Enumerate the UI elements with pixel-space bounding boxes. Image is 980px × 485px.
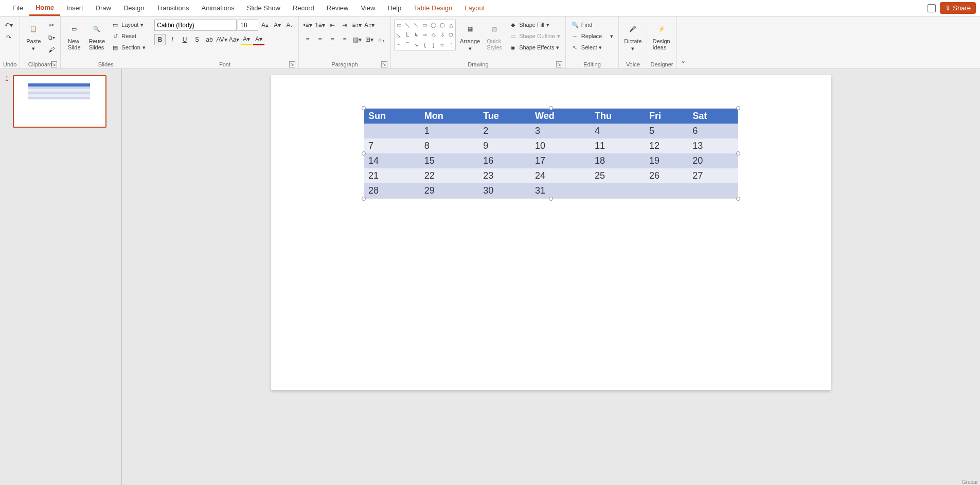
slide-thumbnail-1[interactable] — [13, 75, 106, 128]
cell[interactable]: 9 — [479, 138, 531, 153]
text-direction-button[interactable]: A↕▾ — [364, 20, 375, 31]
arrange-button[interactable]: ▦ Arrange ▾ — [458, 20, 482, 53]
header-mon[interactable]: Mon — [420, 109, 479, 124]
collapse-ribbon-button[interactable]: ⌄ — [677, 16, 689, 68]
replace-button[interactable]: ↔Replace▾ — [569, 31, 615, 41]
numbering-button[interactable]: 1≡▾ — [314, 20, 326, 31]
paste-button[interactable]: 📋 Paste ▾ — [23, 20, 44, 53]
cell[interactable]: 23 — [479, 168, 531, 183]
cell[interactable]: 8 — [420, 138, 479, 153]
tab-design[interactable]: Design — [117, 0, 150, 16]
cell[interactable]: 11 — [591, 138, 645, 153]
font-name-input[interactable] — [154, 20, 237, 31]
cell[interactable]: 2 — [479, 124, 531, 138]
font-size-input[interactable] — [238, 20, 258, 31]
indent-button[interactable]: ⇥ — [339, 20, 350, 31]
cell[interactable] — [364, 124, 420, 138]
cell[interactable]: 12 — [645, 138, 688, 153]
resize-handle-br[interactable] — [736, 197, 740, 201]
resize-handle-tl[interactable] — [362, 106, 366, 110]
cell[interactable]: 3 — [531, 124, 591, 138]
tab-slideshow[interactable]: Slide Show — [241, 0, 287, 16]
resize-handle-mr[interactable] — [736, 151, 740, 155]
design-ideas-button[interactable]: ⚡ Design Ideas — [650, 20, 672, 51]
strike-button[interactable]: ab — [204, 34, 215, 45]
shrink-font-button[interactable]: A▾ — [272, 20, 283, 31]
select-button[interactable]: ↖Select▾ — [569, 42, 604, 53]
header-wed[interactable]: Wed — [531, 109, 591, 124]
cell[interactable] — [645, 183, 688, 199]
cell[interactable]: 20 — [688, 153, 738, 168]
justify-button[interactable]: ≡ — [339, 34, 350, 45]
clear-format-button[interactable]: Aₓ — [284, 20, 295, 31]
tab-file[interactable]: File — [6, 0, 29, 16]
cell[interactable] — [591, 183, 645, 199]
bold-button[interactable]: B — [154, 34, 166, 45]
cell[interactable]: 4 — [591, 124, 645, 138]
italic-button[interactable]: I — [167, 34, 178, 45]
case-button[interactable]: Aa▾ — [228, 34, 240, 45]
calendar-table[interactable]: Sun Mon Tue Wed Thu Fri Sat 123456 78910… — [364, 108, 738, 199]
cell[interactable]: 24 — [531, 168, 591, 183]
share-button[interactable]: ⇪ Share — [940, 2, 976, 14]
reset-button[interactable]: ↺Reset — [109, 31, 148, 41]
tab-layout[interactable]: Layout — [458, 0, 491, 16]
grow-font-button[interactable]: A▴ — [259, 20, 271, 31]
resize-handle-tc[interactable] — [549, 106, 553, 110]
resize-handle-bl[interactable] — [362, 197, 366, 201]
cell[interactable]: 1 — [420, 124, 479, 138]
tab-home[interactable]: Home — [29, 0, 60, 16]
cell[interactable]: 16 — [479, 153, 531, 168]
highlight-button[interactable]: A▾ — [241, 34, 252, 45]
paragraph-dialog-launcher[interactable]: ↘ — [381, 61, 387, 67]
drawing-dialog-launcher[interactable]: ↘ — [556, 61, 562, 67]
layout-button[interactable]: ▭Layout▾ — [109, 20, 148, 30]
tab-table-design[interactable]: Table Design — [407, 0, 458, 16]
cell[interactable]: 10 — [531, 138, 591, 153]
line-spacing-button[interactable]: ≡↕▾ — [351, 20, 363, 31]
cell[interactable]: 6 — [688, 124, 738, 138]
cell[interactable] — [688, 183, 738, 199]
resize-handle-ml[interactable] — [362, 151, 366, 155]
resize-handle-bc[interactable] — [549, 197, 553, 201]
slide-canvas-area[interactable]: Sun Mon Tue Wed Thu Fri Sat 123456 78910… — [122, 69, 980, 485]
cell[interactable]: 17 — [531, 153, 591, 168]
font-dialog-launcher[interactable]: ↘ — [289, 61, 295, 67]
font-color-button[interactable]: A▾ — [253, 34, 264, 45]
header-tue[interactable]: Tue — [479, 109, 531, 124]
tab-record[interactable]: Record — [287, 0, 320, 16]
cell[interactable]: 26 — [645, 168, 688, 183]
copy-button[interactable]: ⧉▾ — [46, 32, 57, 43]
calendar-header-row[interactable]: Sun Mon Tue Wed Thu Fri Sat — [364, 109, 738, 124]
cell[interactable]: 22 — [420, 168, 479, 183]
shadow-button[interactable]: S — [191, 34, 203, 45]
clipboard-dialog-launcher[interactable]: ↘ — [51, 61, 57, 67]
smartart-button[interactable]: ⟐▾ — [376, 34, 387, 45]
cell[interactable]: 28 — [364, 183, 420, 199]
tab-help[interactable]: Help — [381, 0, 407, 16]
redo-button[interactable]: ↷ — [3, 32, 14, 43]
cell[interactable]: 18 — [591, 153, 645, 168]
section-button[interactable]: ▤Section▾ — [109, 42, 148, 53]
format-painter-button[interactable]: 🖌 — [46, 44, 57, 56]
dictate-button[interactable]: 🎤 Dictate ▾ — [622, 20, 644, 53]
comments-icon[interactable] — [928, 4, 936, 12]
bullets-button[interactable]: •≡▾ — [302, 20, 313, 31]
table-row[interactable]: 78910111213 — [364, 138, 738, 153]
align-left-button[interactable]: ≡ — [302, 34, 313, 45]
calendar-table-selection[interactable]: Sun Mon Tue Wed Thu Fri Sat 123456 78910… — [364, 108, 738, 199]
tab-draw[interactable]: Draw — [90, 0, 117, 16]
cell[interactable]: 21 — [364, 168, 420, 183]
cell[interactable]: 14 — [364, 153, 420, 168]
tab-animations[interactable]: Animations — [195, 0, 241, 16]
cell[interactable]: 25 — [591, 168, 645, 183]
outdent-button[interactable]: ⇤ — [327, 20, 338, 31]
undo-button[interactable]: ↶▾ — [3, 20, 14, 31]
resize-handle-tr[interactable] — [736, 106, 740, 110]
table-row[interactable]: 21222324252627 — [364, 168, 738, 183]
align-right-button[interactable]: ≡ — [327, 34, 338, 45]
reuse-slides-button[interactable]: 🔍 Reuse Slides — [86, 20, 107, 51]
cell[interactable]: 15 — [420, 153, 479, 168]
cell[interactable]: 31 — [531, 183, 591, 199]
header-sat[interactable]: Sat — [688, 109, 738, 124]
